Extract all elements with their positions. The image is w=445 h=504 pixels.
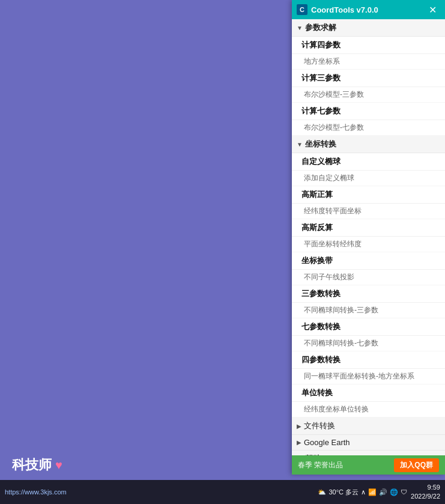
section-help-header[interactable]: ▼ 帮助 [292,451,445,455]
menu-item-calc3[interactable]: 计算三参数 [292,70,445,87]
menu-item-coord-unit[interactable]: 经纬度坐标单位转换 [292,402,445,417]
menu-item-add-ellipsoid[interactable]: 添加自定义椭球 [292,171,445,186]
section-params-items: 计算四参数 地方坐标系 计算三参数 布尔沙模型-三参数 计算七参数 布尔沙模型-… [292,37,445,136]
menu-item-3param-convert[interactable]: 三参数转换 [292,285,445,303]
coord-tools-window: C CoordTools v7.0.0 ✕ ▼ 参数求解 计算四参数 地方坐标系… [292,0,445,475]
window-bottom-bar: 春季 荣誉出品 加入QQ群 [292,455,445,475]
watermark-heart: ♥ [55,458,62,472]
section-file-header[interactable]: ▶ 文件转换 [292,417,445,435]
menu-item-bursa7[interactable]: 布尔沙模型-七参数 [292,120,445,136]
menu-item-calc4[interactable]: 计算四参数 [292,37,445,54]
menu-item-custom-ellipsoid[interactable]: 自定义椭球 [292,153,445,171]
section-params-header[interactable]: ▼ 参数求解 [292,19,445,37]
menu-item-ellipsoid-3p[interactable]: 不同椭球间转换-三参数 [292,303,445,318]
menu-item-plane-to-latlon[interactable]: 平面坐标转经纬度 [292,237,445,252]
taskbar: https://www.3kjs.com ⛅ 30°C 多云 ∧ 📶 🔊 🌐 🛡… [0,480,445,504]
section-google-header[interactable]: ▶ Google Earth [292,435,445,451]
menu-item-meridian[interactable]: 不同子午线投影 [292,270,445,285]
taskbar-time-line1: 9:59 [411,483,440,492]
taskbar-time-line2: 2022/9/22 [411,492,440,501]
close-button[interactable]: ✕ [425,3,440,17]
menu-item-bursa3[interactable]: 布尔沙模型-三参数 [292,87,445,103]
section-params-label: 参数求解 [305,22,336,33]
weather-temp: 30°C 多云 [328,488,359,497]
menu-content: ▼ 参数求解 计算四参数 地方坐标系 计算三参数 布尔沙模型-三参数 计算七参数… [292,19,445,455]
join-qq-button[interactable]: 加入QQ群 [394,458,439,472]
menu-item-7param-convert[interactable]: 七参数转换 [292,318,445,336]
section-google-arrow: ▶ [297,439,301,446]
section-coord-arrow: ▼ [297,141,303,148]
taskbar-weather: ⛅ 30°C 多云 ∧ 📶 🔊 🌐 🛡 [318,488,407,497]
menu-item-gauss-fwd[interactable]: 高斯正算 [292,186,445,204]
caret-icon: ∧ [361,488,366,496]
menu-item-unit-convert[interactable]: 单位转换 [292,384,445,402]
menu-item-local-coord[interactable]: 地方坐标系 [292,54,445,70]
taskbar-time: 9:59 2022/9/22 [411,483,440,502]
titlebar: C CoordTools v7.0.0 ✕ [292,0,445,19]
taskbar-url: https://www.3kjs.com [5,488,67,496]
section-params-arrow: ▼ [297,25,303,31]
watermark: 科技师 ♥ [12,456,62,474]
menu-item-ellipsoid-7p[interactable]: 不同椭球间转换-七参数 [292,336,445,351]
section-coord-items: 自定义椭球 添加自定义椭球 高斯正算 经纬度转平面坐标 高斯反算 平面坐标转经纬… [292,153,445,417]
bottom-credit: 春季 荣誉出品 [298,460,343,470]
taskbar-left: https://www.3kjs.com [5,488,314,496]
menu-item-calc7[interactable]: 计算七参数 [292,103,445,120]
section-file-arrow: ▶ [297,423,301,430]
shield-icon: 🛡 [401,488,407,496]
section-coord-header[interactable]: ▼ 坐标转换 [292,136,445,153]
window-title: CoordTools v7.0.0 [311,5,422,14]
section-google-label: Google Earth [304,438,350,447]
menu-item-4param-convert[interactable]: 四参数转换 [292,351,445,369]
wifi-icon: 📶 [368,488,377,496]
volume-icon: 🔊 [379,488,387,496]
section-coord-label: 坐标转换 [305,139,336,150]
menu-item-gauss-inv[interactable]: 高斯反算 [292,219,445,237]
weather-icon: ⛅ [318,488,326,496]
app-icon: C [297,4,307,15]
watermark-text: 科技师 [12,456,52,474]
network-icon: 🌐 [390,488,398,496]
menu-item-latlon-to-plane[interactable]: 经纬度转平面坐标 [292,204,445,219]
menu-item-same-ellipsoid[interactable]: 同一椭球平面坐标转换-地方坐标系 [292,369,445,384]
section-file-label: 文件转换 [304,421,335,431]
menu-item-zone-change[interactable]: 坐标换带 [292,252,445,270]
